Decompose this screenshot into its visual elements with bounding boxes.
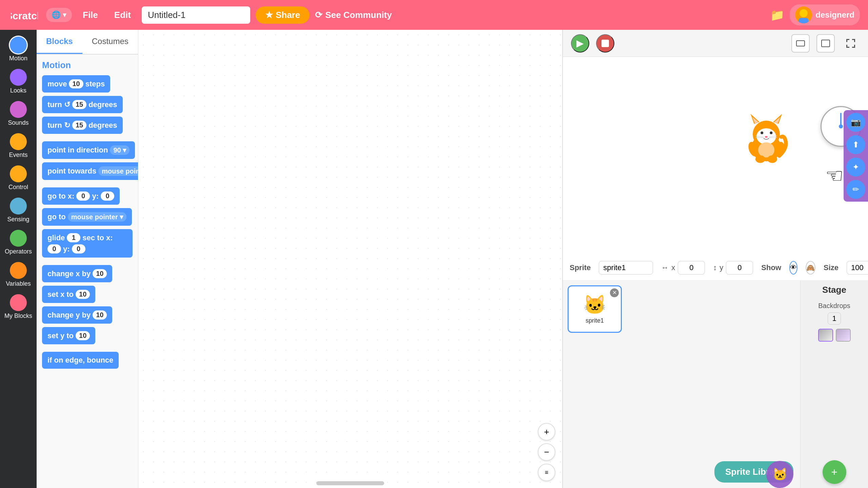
- top-navigation: Scratch 🌐 ▾ File Edit ★ Share ⟳ See Comm…: [0, 0, 868, 30]
- x-label: x: [671, 263, 675, 272]
- show-hidden-button[interactable]: 🙈: [806, 261, 815, 274]
- right-panel: ▶: [563, 30, 868, 488]
- stop-button[interactable]: [596, 34, 614, 53]
- backdrop-thumbnails: [818, 329, 851, 342]
- point-direction-button[interactable]: point in direction 90 ▾: [42, 141, 135, 159]
- svg-point-3: [800, 9, 808, 17]
- x-coord-group: ↔ x: [661, 261, 705, 274]
- sprite-remove-button[interactable]: ✕: [610, 288, 619, 297]
- turn-cw-button[interactable]: turn ↻ 15 degrees: [42, 117, 123, 134]
- change-y-button[interactable]: change y by 10: [42, 306, 112, 324]
- large-stage-button[interactable]: [816, 34, 835, 53]
- block-goto-xy[interactable]: go to x: 0 y: 0: [42, 187, 133, 205]
- add-backdrop-button[interactable]: +: [823, 460, 846, 484]
- community-icon: ⟳: [315, 10, 322, 20]
- goto-button[interactable]: go to mouse pointer ▾: [42, 208, 132, 226]
- backdrop-thumb-1[interactable]: [818, 329, 833, 342]
- add-sprite-surprise-button[interactable]: ✦: [846, 158, 865, 177]
- block-change-x[interactable]: change x by 10: [42, 265, 133, 282]
- main-layout: Motion Looks Sounds Events Control Sensi…: [0, 30, 868, 488]
- globe-icon: 🌐: [52, 11, 61, 19]
- avatar-image: [795, 6, 812, 23]
- sprite-card-name: sprite1: [586, 317, 604, 324]
- add-sprite-main-fab[interactable]: 🐱: [766, 461, 793, 488]
- language-button[interactable]: 🌐 ▾: [46, 8, 72, 22]
- add-sprite-icon: 🐱: [772, 467, 788, 482]
- block-glide[interactable]: glide 1 sec to x: 0 y: 0: [42, 229, 133, 258]
- block-set-y[interactable]: set y to 10: [42, 327, 133, 344]
- svg-rect-6: [796, 41, 805, 46]
- sprite-card-sprite1[interactable]: ✕ 🐱 sprite1: [568, 285, 622, 333]
- user-avatar-button[interactable]: designerd: [790, 4, 860, 25]
- categories-sidebar: Motion Looks Sounds Events Control Sensi…: [0, 30, 37, 488]
- svg-point-18: [770, 131, 772, 134]
- add-sprite-upload-button[interactable]: ⬆: [846, 135, 865, 154]
- block-point-direction[interactable]: point in direction 90 ▾: [42, 141, 133, 159]
- tab-costumes[interactable]: Costumes: [82, 30, 138, 54]
- backdrop-thumb-2[interactable]: [836, 329, 851, 342]
- set-x-button[interactable]: set x to 10: [42, 286, 95, 303]
- script-area[interactable]: + − ≡: [138, 30, 563, 488]
- add-sprite-paint-button[interactable]: ✏: [846, 180, 865, 199]
- block-set-x[interactable]: set x to 10: [42, 286, 133, 303]
- sidebar-item-events[interactable]: Events: [0, 130, 37, 161]
- sidebar-item-variables[interactable]: Variables: [0, 259, 37, 290]
- sidebar-item-label-control: Control: [8, 184, 28, 191]
- y-coord-input[interactable]: [726, 261, 753, 274]
- block-goto[interactable]: go to mouse pointer ▾: [42, 208, 133, 226]
- sidebar-item-label-variables: Variables: [6, 280, 31, 287]
- sidebar-item-sensing[interactable]: Sensing: [0, 195, 37, 226]
- y-axis-icon: ↕: [713, 263, 717, 272]
- goto-xy-button[interactable]: go to x: 0 y: 0: [42, 187, 120, 205]
- block-turn-cw[interactable]: turn ↻ 15 degrees: [42, 117, 133, 134]
- scratch-logo[interactable]: Scratch: [8, 5, 41, 25]
- x-coord-input[interactable]: [678, 261, 705, 274]
- globe-dropdown-icon: ▾: [63, 11, 66, 19]
- sidebar-item-sounds[interactable]: Sounds: [0, 98, 37, 129]
- block-bounce[interactable]: if on edge, bounce: [42, 352, 133, 369]
- sprite-add-panel: 📷 ⬆ ✦ ✏: [844, 110, 868, 202]
- zoom-fit-button[interactable]: ≡: [538, 464, 555, 481]
- fullscreen-button[interactable]: [842, 34, 860, 53]
- block-move-steps[interactable]: move 10 steps: [42, 75, 133, 93]
- size-input[interactable]: [847, 261, 868, 274]
- blocks-tabs: Blocks Costumes Sounds: [37, 30, 138, 55]
- zoom-out-button[interactable]: −: [538, 443, 555, 461]
- project-title-input[interactable]: [142, 6, 250, 24]
- sidebar-item-motion[interactable]: Motion: [0, 34, 37, 65]
- control-dot: [10, 165, 27, 182]
- sidebar-item-label-events: Events: [9, 151, 27, 159]
- zoom-in-button[interactable]: +: [538, 423, 555, 441]
- sprite-name-input[interactable]: [599, 261, 653, 274]
- see-community-button[interactable]: ⟳ See Community: [315, 10, 392, 20]
- change-x-button[interactable]: change x by 10: [42, 265, 112, 282]
- operators-dot: [10, 230, 27, 247]
- bounce-button[interactable]: if on edge, bounce: [42, 352, 119, 369]
- sidebar-item-myblocks[interactable]: My Blocks: [0, 291, 37, 322]
- blocks-panel: Blocks Costumes Sounds Motion move 10 st…: [37, 30, 138, 488]
- tab-blocks[interactable]: Blocks: [37, 30, 82, 54]
- sidebar-item-looks[interactable]: Looks: [0, 66, 37, 97]
- script-canvas[interactable]: [138, 30, 562, 488]
- add-sprite-camera-button[interactable]: 📷: [846, 113, 865, 132]
- edit-menu-button[interactable]: Edit: [109, 7, 136, 23]
- direction-center: [839, 124, 843, 128]
- file-menu-button[interactable]: File: [77, 7, 103, 23]
- set-y-button[interactable]: set y to 10: [42, 327, 95, 344]
- sidebar-item-control[interactable]: Control: [0, 163, 37, 194]
- glide-button[interactable]: glide 1 sec to x: 0 y: 0: [42, 229, 133, 258]
- open-folder-button[interactable]: 📁: [770, 8, 784, 22]
- block-point-towards[interactable]: point towards mouse pointer ▾: [42, 162, 133, 180]
- share-button[interactable]: ★ Share: [256, 6, 310, 24]
- block-change-y[interactable]: change y by 10: [42, 306, 133, 324]
- point-towards-button[interactable]: point towards mouse pointer ▾: [42, 162, 138, 180]
- green-flag-button[interactable]: ▶: [571, 34, 589, 53]
- script-scrollbar[interactable]: [316, 481, 384, 485]
- turn-ccw-button[interactable]: turn ↺ 15 degrees: [42, 96, 123, 113]
- show-visible-button[interactable]: 👁: [789, 261, 797, 274]
- small-stage-button[interactable]: [791, 34, 810, 53]
- move-steps-button[interactable]: move 10 steps: [42, 75, 110, 93]
- sidebar-item-operators[interactable]: Operators: [0, 227, 37, 258]
- block-turn-ccw[interactable]: turn ↺ 15 degrees: [42, 96, 133, 113]
- sounds-dot: [10, 101, 27, 118]
